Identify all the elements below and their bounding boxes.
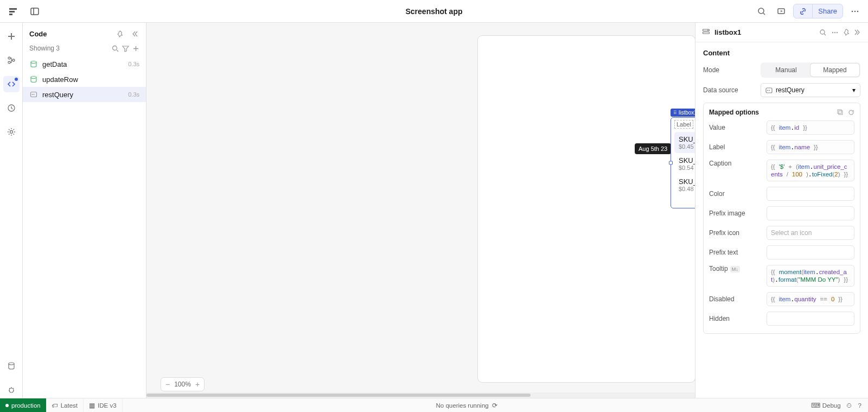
svg-line-6 [763, 13, 765, 15]
more-menu-icon[interactable] [847, 4, 863, 19]
svg-point-33 [832, 31, 833, 33]
rail-tree-icon[interactable] [3, 52, 20, 68]
version-latest[interactable]: 🏷Latest [46, 398, 84, 412]
rail-history-icon[interactable] [3, 100, 20, 116]
canvas-scrollbar[interactable] [146, 392, 695, 398]
debug-toggle[interactable]: ⌨Debug [811, 402, 841, 409]
rail-add-icon[interactable] [3, 28, 20, 45]
reset-icon[interactable] [848, 109, 854, 116]
mode-manual[interactable]: Manual [762, 64, 810, 77]
svg-point-5 [758, 8, 764, 14]
prefix-icon-input[interactable]: Select an icon [767, 226, 854, 240]
listbox-item[interactable]: SKU_638$0.54 [674, 153, 695, 174]
chevron-down-icon: ▾ [852, 86, 856, 94]
svg-point-24 [31, 77, 36, 79]
history-status-icon[interactable]: ⏲ [846, 402, 853, 409]
query-item-getData[interactable]: getData0.3s [23, 56, 146, 72]
component-tag[interactable]: listbox1 [671, 109, 695, 117]
svg-point-15 [12, 59, 15, 61]
tooltip-input[interactable]: {{ moment(item.created_at).format("MMM D… [767, 265, 854, 287]
preview-icon[interactable] [774, 4, 789, 19]
copy-link-button[interactable] [794, 4, 812, 18]
svg-point-10 [854, 10, 856, 12]
svg-point-21 [113, 46, 117, 50]
query-item-restQuery[interactable]: restQuery0.3s [23, 87, 146, 102]
zoom-control: − 100% + [161, 377, 205, 391]
collapse-icon[interactable] [129, 28, 139, 39]
svg-rect-29 [703, 32, 710, 34]
query-status: No queries running⟳ [123, 402, 811, 409]
listbox-item[interactable]: SKU_534$0.45✔ [674, 132, 695, 153]
zoom-in-button[interactable]: + [195, 380, 200, 389]
svg-point-23 [31, 61, 36, 64]
keyboard-icon: ⌨ [811, 402, 820, 409]
app-title: Screenshot app [405, 7, 462, 16]
prefix-image-input[interactable] [767, 206, 854, 220]
svg-line-22 [117, 50, 118, 52]
zoom-level: 100% [174, 381, 191, 388]
svg-point-35 [837, 31, 838, 33]
mode-toggle[interactable]: Manual Mapped [761, 62, 860, 78]
rail-debug-icon[interactable] [3, 382, 20, 398]
prefix-text-input[interactable] [767, 245, 854, 259]
datasource-select[interactable]: restQuery ▾ [761, 83, 860, 97]
svg-rect-2 [9, 14, 12, 15]
tooltip-popup: Aug 5th 23 [635, 143, 671, 154]
insp-more-icon[interactable] [831, 29, 839, 36]
zoom-out-button[interactable]: − [165, 380, 170, 389]
svg-line-32 [824, 34, 826, 35]
rail-code-icon[interactable] [3, 76, 20, 92]
svg-point-18 [10, 131, 12, 134]
refresh-icon[interactable]: ⟳ [492, 402, 497, 409]
insp-search-icon[interactable] [819, 29, 827, 36]
ide-version[interactable]: ▦IDE v3 [84, 398, 123, 412]
code-panel-title: Code [29, 30, 47, 38]
caption-input[interactable]: {{ '$' + (item.unit_price_cents / 100 ).… [767, 160, 854, 181]
env-badge[interactable]: production [0, 398, 46, 412]
filter-icon[interactable] [122, 45, 129, 52]
inspector-component-name[interactable]: listbox1 [714, 28, 815, 36]
insp-collapse-icon[interactable] [854, 29, 861, 36]
showing-count: Showing 3 [29, 45, 60, 52]
app-menu-icon[interactable] [5, 4, 21, 19]
svg-rect-3 [31, 8, 39, 15]
markdown-badge: M↓ [730, 266, 740, 272]
mode-label: Mode [703, 66, 756, 74]
svg-point-9 [852, 10, 853, 12]
svg-marker-8 [781, 10, 783, 12]
svg-point-34 [834, 31, 835, 33]
toggle-panels-icon[interactable] [27, 4, 42, 19]
datasource-label: Data source [703, 86, 756, 94]
label-input[interactable]: {{ item.name }} [767, 140, 854, 154]
svg-rect-39 [839, 111, 843, 115]
add-query-icon[interactable] [132, 45, 139, 52]
hidden-input[interactable] [767, 312, 854, 326]
search-queries-icon[interactable] [112, 45, 119, 52]
copy-icon[interactable] [837, 109, 844, 116]
svg-point-11 [857, 10, 859, 12]
query-type-icon [29, 75, 38, 84]
color-input[interactable] [767, 187, 854, 201]
share-button[interactable]: Share [812, 4, 843, 18]
search-icon[interactable] [754, 4, 769, 19]
svg-point-26 [32, 94, 33, 95]
rail-db-icon[interactable] [3, 358, 20, 374]
disabled-input[interactable]: {{ item.quantity == 0 }} [767, 292, 854, 306]
listbox-component[interactable]: Label SKU_534$0.45✔SKU_638$0.54SKU_87$0.… [671, 117, 695, 208]
pin-icon[interactable] [114, 28, 125, 39]
mapped-options-title: Mapped options [709, 109, 759, 116]
resize-handle-left[interactable] [669, 161, 673, 165]
query-item-updateRow[interactable]: updateRow [23, 72, 146, 87]
svg-point-19 [9, 363, 14, 365]
rail-settings-icon[interactable] [3, 124, 20, 140]
svg-point-38 [769, 90, 770, 91]
section-content: Content [703, 49, 860, 57]
canvas-frame[interactable] [478, 36, 695, 382]
svg-rect-0 [9, 8, 17, 10]
svg-point-30 [707, 30, 709, 31]
mode-mapped[interactable]: Mapped [810, 64, 859, 77]
insp-pin-icon[interactable] [843, 29, 850, 36]
value-input[interactable]: {{ item.id }} [767, 121, 854, 135]
listbox-item[interactable]: SKU_87$0.48 [674, 174, 695, 195]
help-icon[interactable]: ? [858, 402, 861, 409]
